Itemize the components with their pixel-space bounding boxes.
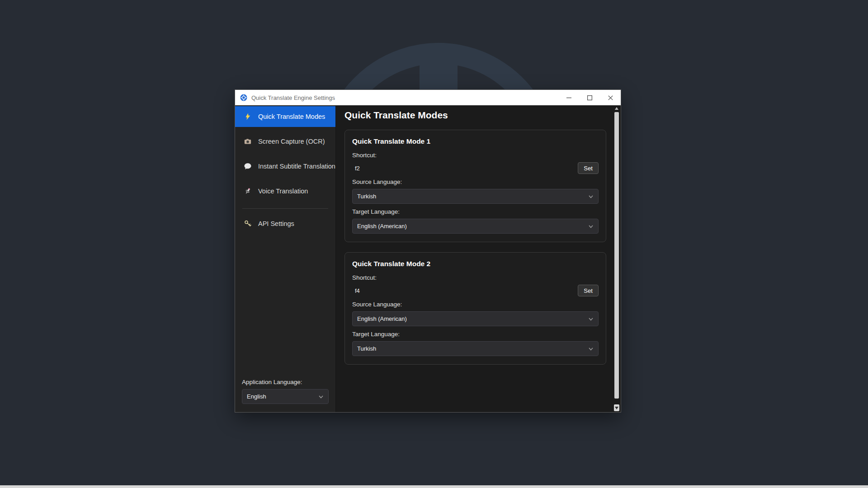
scroll-up-icon[interactable] [615, 107, 618, 110]
shortcut-label: Shortcut: [352, 274, 599, 281]
scroll-down-icon [615, 407, 618, 409]
chevron-down-icon [588, 224, 594, 229]
chevron-down-icon [588, 194, 594, 199]
scrollbar-thumb[interactable] [614, 112, 619, 399]
quick-translate-mode-1-card: Quick Translate Mode 1 Shortcut: f2 Set … [344, 130, 606, 242]
card-title: Quick Translate Mode 2 [352, 260, 599, 268]
sidebar-divider [242, 208, 328, 209]
speech-bubble-icon [243, 162, 252, 171]
application-language-value: English [247, 393, 266, 400]
chevron-down-icon [318, 394, 324, 399]
application-language-label: Application Language: [242, 379, 329, 385]
sidebar-item-label: Instant Subtitle Translation [258, 163, 335, 170]
sidebar-item-screen-capture-ocr[interactable]: Screen Capture (OCR) [235, 131, 335, 152]
shortcut-value: f2 [352, 165, 360, 172]
set-shortcut-button[interactable]: Set [578, 162, 599, 174]
sidebar-item-voice-translation[interactable]: Voice Translation [235, 181, 335, 202]
sidebar-item-label: Screen Capture (OCR) [258, 138, 325, 145]
scroll-down-button[interactable] [614, 404, 619, 411]
key-icon [243, 219, 252, 228]
sidebar-item-label: Quick Translate Modes [258, 113, 325, 120]
main-content: Quick Translate Modes Quick Translate Mo… [336, 105, 621, 412]
vertical-scrollbar[interactable] [614, 106, 619, 411]
application-language-section: Application Language: English [235, 379, 335, 412]
app-icon [240, 94, 248, 102]
minimize-button[interactable] [558, 90, 579, 105]
desktop-background: Quick Translate Engine Settings [0, 0, 868, 488]
maximize-button[interactable] [579, 90, 600, 105]
sidebar-item-label: Voice Translation [258, 188, 308, 195]
lightning-bolt-icon [243, 112, 252, 121]
chevron-down-icon [588, 316, 594, 322]
shortcut-label: Shortcut: [352, 152, 599, 159]
microphone-icon [243, 187, 252, 196]
sidebar: Quick Translate Modes Screen Capture (OC… [235, 105, 336, 412]
source-language-select[interactable]: Turkish [352, 189, 599, 204]
shortcut-row: f2 Set [352, 162, 599, 174]
source-language-label: Source Language: [352, 301, 599, 308]
window-titlebar[interactable]: Quick Translate Engine Settings [235, 90, 621, 105]
maximize-icon [587, 95, 592, 100]
card-title: Quick Translate Mode 1 [352, 137, 599, 145]
source-language-value: Turkish [357, 193, 376, 200]
close-icon [608, 95, 613, 100]
target-language-value: Turkish [357, 345, 376, 352]
target-language-label: Target Language: [352, 331, 599, 338]
page-title: Quick Translate Modes [344, 110, 607, 121]
source-language-select[interactable]: English (American) [352, 311, 599, 326]
shortcut-row: f4 Set [352, 285, 599, 296]
window-title: Quick Translate Engine Settings [251, 94, 558, 101]
sidebar-item-quick-translate-modes[interactable]: Quick Translate Modes [235, 106, 335, 127]
camera-icon [243, 137, 252, 146]
sidebar-item-instant-subtitle-translation[interactable]: Instant Subtitle Translation [235, 156, 335, 177]
settings-window: Quick Translate Engine Settings [235, 90, 621, 412]
target-language-select[interactable]: English (American) [352, 219, 599, 234]
chevron-down-icon [588, 346, 594, 352]
target-language-select[interactable]: Turkish [352, 341, 599, 356]
window-body: Quick Translate Modes Screen Capture (OC… [235, 105, 621, 412]
application-language-select[interactable]: English [242, 389, 329, 404]
target-language-value: English (American) [357, 223, 407, 230]
close-button[interactable] [600, 90, 621, 105]
set-shortcut-button[interactable]: Set [578, 285, 599, 296]
sidebar-item-api-settings[interactable]: API Settings [235, 213, 335, 234]
taskbar-edge [0, 485, 868, 488]
quick-translate-mode-2-card: Quick Translate Mode 2 Shortcut: f4 Set … [344, 252, 606, 365]
source-language-value: English (American) [357, 315, 407, 322]
window-controls [558, 90, 621, 105]
shortcut-value: f4 [352, 287, 360, 294]
target-language-label: Target Language: [352, 208, 599, 215]
sidebar-item-label: API Settings [258, 220, 294, 227]
source-language-label: Source Language: [352, 178, 599, 185]
minimize-icon [566, 95, 571, 100]
